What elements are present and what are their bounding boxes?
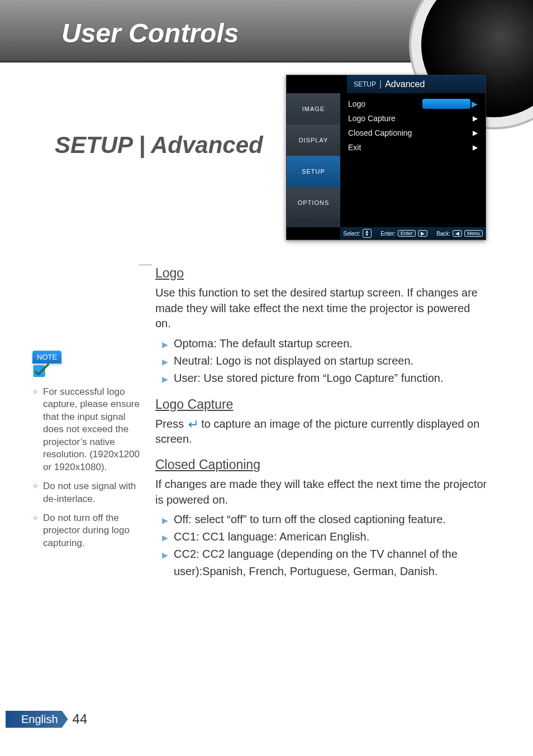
- bullets-logo: ▶Optoma: The default startup screen. ▶Ne…: [162, 335, 487, 387]
- heading-logo: Logo: [155, 266, 487, 281]
- section-title: SETUP | Advanced: [55, 132, 263, 159]
- para-logo: Use this function to set the desired sta…: [155, 285, 487, 332]
- page-footer: English 44: [6, 709, 117, 729]
- list-item: ▶User: Use stored picture from “Logo Cap…: [162, 370, 487, 387]
- osd-item-logo[interactable]: Logo ▶: [348, 97, 478, 111]
- notes-sidebar: NOTE ❖For successful logo capture, pleas…: [32, 351, 144, 556]
- breadcrumb-divider: |: [379, 79, 382, 89]
- note-item: ❖Do not use signal with de-interlace.: [32, 480, 144, 505]
- arrow-right-icon: ▶: [473, 143, 478, 151]
- list-item: ▶Neutral: Logo is not displayed on start…: [162, 352, 487, 370]
- left-key-icon: ◀: [453, 230, 462, 237]
- arrow-right-icon: ▶: [473, 129, 478, 137]
- osd-item-label: Closed Captioning: [348, 128, 412, 137]
- diamond-bullet-icon: ❖: [32, 514, 39, 549]
- checkmark-icon: [32, 363, 51, 378]
- right-key-icon: ▶: [418, 230, 427, 237]
- diamond-bullet-icon: ❖: [32, 388, 39, 473]
- para-cc: If changes are made they will take effec…: [155, 477, 487, 508]
- up-down-icon: ▲▼: [363, 229, 372, 238]
- list-item: ▶CC1: CC1 language: American English.: [162, 528, 487, 546]
- breadcrumb-current: Advanced: [385, 79, 425, 89]
- list-item: ▶CC2: CC2 language (depending on the TV …: [162, 546, 487, 580]
- triangle-bullet-icon: ▶: [162, 515, 168, 527]
- osd-item-label: Exit: [348, 143, 361, 152]
- osd-tab-display[interactable]: DISPLAY: [287, 125, 340, 156]
- diamond-bullet-icon: ❖: [32, 482, 39, 505]
- heading-closed-captioning: Closed Captioning: [155, 457, 487, 472]
- osd-tab-options[interactable]: OPTIONS: [287, 187, 340, 218]
- page-banner: User Controls: [0, 0, 533, 63]
- list-item: ▶Optoma: The default startup screen.: [162, 335, 487, 352]
- note-item: ❖For successful logo capture, please ens…: [32, 386, 144, 473]
- note-item: ❖Do not turn off the projector during lo…: [32, 512, 144, 549]
- bullets-cc: ▶Off: select “off” to turn off the close…: [162, 511, 487, 580]
- osd-footer-back-label: Back:: [436, 231, 450, 237]
- enter-key-icon: Enter: [398, 230, 416, 237]
- osd-breadcrumb: SETUP | Advanced: [347, 75, 486, 93]
- osd-sidebar: IMAGE DISPLAY SETUP OPTIONS: [287, 93, 340, 227]
- enter-icon: [187, 418, 198, 433]
- triangle-bullet-icon: ▶: [162, 374, 168, 386]
- triangle-bullet-icon: ▶: [162, 532, 168, 544]
- osd-footer: Select: ▲▼ Enter: Enter ▶ Back: ◀ Menu: [340, 227, 486, 240]
- osd-tab-image[interactable]: IMAGE: [287, 93, 340, 125]
- arrow-right-icon: ▶: [472, 99, 478, 108]
- osd-item-exit[interactable]: Exit ▶: [348, 140, 478, 155]
- breadcrumb-parent: SETUP: [354, 80, 376, 88]
- osd-item-logo-capture[interactable]: Logo Capture ▶: [348, 111, 478, 126]
- triangle-bullet-icon: ▶: [162, 549, 168, 562]
- heading-logo-capture: Logo Capture: [155, 397, 487, 412]
- osd-tab-setup[interactable]: SETUP: [287, 156, 340, 187]
- arrow-right-icon: ▶: [473, 114, 478, 122]
- osd-item-list: Logo ▶ Logo Capture ▶ Closed Captioning …: [340, 93, 486, 227]
- triangle-bullet-icon: ▶: [162, 339, 168, 351]
- osd-item-label: Logo Capture: [348, 114, 396, 123]
- osd-footer-enter-label: Enter:: [380, 231, 396, 237]
- osd-screenshot: SETUP | Advanced IMAGE DISPLAY SETUP OPT…: [286, 75, 486, 240]
- triangle-bullet-icon: ▶: [162, 356, 168, 369]
- leader-line: [139, 265, 152, 265]
- osd-footer-select-label: Select:: [343, 231, 360, 237]
- menu-key-icon: Menu: [464, 230, 483, 237]
- osd-selected-chip: [422, 99, 470, 109]
- para-logo-capture: Press to capture an image of the picture…: [155, 417, 487, 447]
- footer-language: English: [6, 711, 68, 728]
- osd-item-label: Logo: [348, 99, 365, 108]
- banner-title: User Controls: [61, 18, 239, 49]
- body-content: Logo Use this function to set the desire…: [152, 256, 487, 581]
- osd-item-closed-captioning[interactable]: Closed Captioning ▶: [348, 126, 478, 140]
- footer-page-number: 44: [73, 711, 88, 727]
- list-item: ▶Off: select “off” to turn off the close…: [162, 511, 487, 528]
